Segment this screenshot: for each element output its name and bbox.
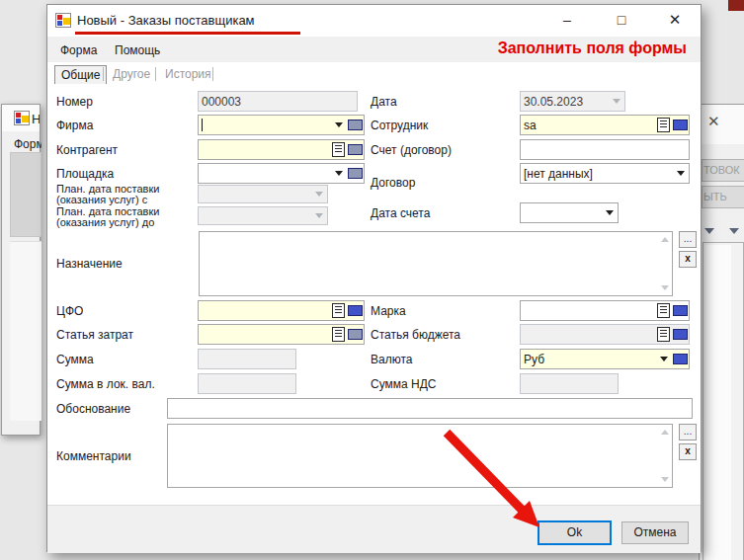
cfo-label: ЦФО [56, 304, 83, 318]
valuta-dropdown-icon[interactable] [655, 350, 672, 368]
plan-from-input [198, 185, 328, 203]
app-icon [14, 111, 30, 125]
cfo-input[interactable] [198, 300, 365, 321]
marka-input[interactable] [520, 300, 690, 321]
ok-button[interactable]: Ok [537, 520, 612, 545]
tab-obschie[interactable]: Общие [54, 65, 107, 86]
schet-label: Счет (договор) [371, 143, 452, 157]
statya-zatrat-detail-button[interactable] [347, 325, 364, 344]
data-scheta-input[interactable] [520, 202, 619, 223]
kontragent-label: Контрагент [56, 143, 118, 157]
background-window-left: Но Форм [1, 104, 41, 436]
cfo-detail-button[interactable] [347, 301, 364, 320]
tab-separator [212, 67, 213, 81]
sotrudnik-input[interactable]: sa [520, 115, 690, 135]
dialog-new-supplier-order: Новый - Заказы поставщикам – □ ✕ Форма П… [46, 4, 702, 552]
filter-arrow-icon[interactable] [704, 228, 714, 234]
background-grid [703, 242, 744, 560]
marka-select-button[interactable] [655, 301, 672, 320]
marka-label: Марка [371, 304, 406, 318]
naznachenie-ellipsis-button[interactable]: ... [679, 231, 697, 248]
valuta-input[interactable]: Руб [520, 349, 690, 369]
ploshadka-label: Площадка [56, 167, 114, 181]
ploshadka-input[interactable] [198, 163, 365, 184]
background-app-fragment [728, 0, 744, 11]
firma-dropdown-icon[interactable] [330, 116, 347, 134]
background-panel [10, 241, 41, 421]
scroll-up-icon[interactable] [661, 430, 669, 435]
dogovor-dropdown-icon[interactable] [672, 164, 689, 183]
scroll-down-icon[interactable] [661, 477, 669, 482]
sotrudnik-select-button[interactable] [655, 116, 672, 134]
cancel-button[interactable]: Отмена [621, 521, 689, 544]
kontragent-detail-button[interactable] [347, 140, 364, 159]
valuta-detail-button[interactable] [672, 350, 689, 368]
close-icon[interactable]: ✕ [707, 113, 720, 130]
plan-to-label: План. дата поставки (оказания услуг) до [56, 206, 159, 228]
background-button-clipped[interactable]: ТОВОК [702, 159, 744, 182]
ploshadka-dropdown-icon[interactable] [330, 164, 347, 183]
menu-pomosch[interactable]: Помощь [110, 41, 165, 59]
kontragent-select-button[interactable] [330, 140, 347, 159]
naznachenie-clear-button[interactable]: x [679, 251, 697, 268]
data-scheta-label: Дата счета [371, 206, 430, 220]
kommentarii-clear-button[interactable]: x [679, 443, 697, 460]
text-caret [202, 119, 203, 131]
nomer-input: 000003 [198, 91, 358, 112]
scroll-down-icon[interactable] [661, 285, 669, 290]
data-label: Дата [371, 95, 397, 109]
marka-detail-button[interactable] [672, 301, 689, 320]
sotrudnik-detail-button[interactable] [672, 116, 689, 134]
obosnovanie-input[interactable] [167, 398, 693, 419]
menu-forma[interactable]: Форма [55, 41, 102, 59]
valuta-label: Валюта [371, 353, 412, 366]
summa-nds-label: Сумма НДС [371, 377, 437, 391]
background-button-clipped[interactable]: ЫТЬ [702, 186, 744, 208]
filter-arrow-icon[interactable] [729, 228, 739, 234]
tab-separator [155, 67, 156, 81]
sotrudnik-label: Сотрудник [371, 119, 428, 132]
close-button[interactable]: ✕ [654, 5, 696, 35]
firma-label: Фирма [56, 119, 93, 132]
data-input: 30.05.2023 [520, 91, 625, 112]
firma-input[interactable] [198, 115, 365, 135]
dropdown-arrow-icon [310, 207, 327, 224]
footer-bar: Ok Отмена [47, 505, 701, 553]
red-annotation-text: Заполнить поля формы [498, 40, 687, 57]
minimize-button[interactable]: – [546, 5, 588, 35]
tab-drugoe[interactable]: Другое [107, 65, 156, 84]
firma-detail-button[interactable] [347, 116, 364, 134]
dropdown-arrow-icon [608, 92, 624, 111]
statya-budgeta-label: Статья бюджета [371, 328, 460, 342]
obosnovanie-label: Обоснование [56, 402, 130, 416]
ploshadka-detail-button[interactable] [347, 164, 364, 183]
schet-input[interactable] [520, 139, 690, 160]
background-window-title: Но [32, 112, 40, 126]
menubar: Форма Помощь Заполнить поля формы [47, 37, 701, 62]
maximize-button[interactable]: □ [601, 5, 642, 35]
red-underline-annotation [75, 32, 300, 35]
scroll-up-icon[interactable] [661, 237, 669, 242]
kommentarii-label: Комментарии [56, 449, 131, 463]
dogovor-label: Договор [371, 176, 415, 190]
dialog-title: Новый - Заказы поставщикам [77, 13, 255, 28]
cfo-select-button[interactable] [330, 301, 347, 320]
tab-istoriya[interactable]: История [159, 65, 217, 84]
statya-zatrat-select-button[interactable] [330, 325, 347, 344]
statya-zatrat-input[interactable] [198, 324, 365, 345]
naznachenie-textarea[interactable] [199, 231, 673, 296]
background-window-right: ✕ ТОВОК ЫТЬ [699, 104, 744, 560]
background-toolbar-block [10, 152, 41, 237]
dogovor-input[interactable]: [нет данных] [520, 163, 690, 184]
summa-label: Сумма [56, 353, 94, 366]
kommentarii-textarea[interactable] [167, 424, 673, 488]
kontragent-input[interactable] [198, 139, 365, 160]
statya-zatrat-label: Статья затрат [56, 328, 133, 342]
statya-budgeta-select-button [655, 325, 672, 344]
dialog-titlebar: Новый - Заказы поставщикам – □ ✕ [47, 5, 701, 37]
nomer-label: Номер [56, 95, 93, 109]
kommentarii-ellipsis-button[interactable]: ... [679, 424, 697, 440]
background-menu-form[interactable]: Форм [14, 137, 41, 151]
data-scheta-dropdown-icon[interactable] [601, 203, 618, 222]
naznachenie-label: Назначение [56, 257, 123, 271]
